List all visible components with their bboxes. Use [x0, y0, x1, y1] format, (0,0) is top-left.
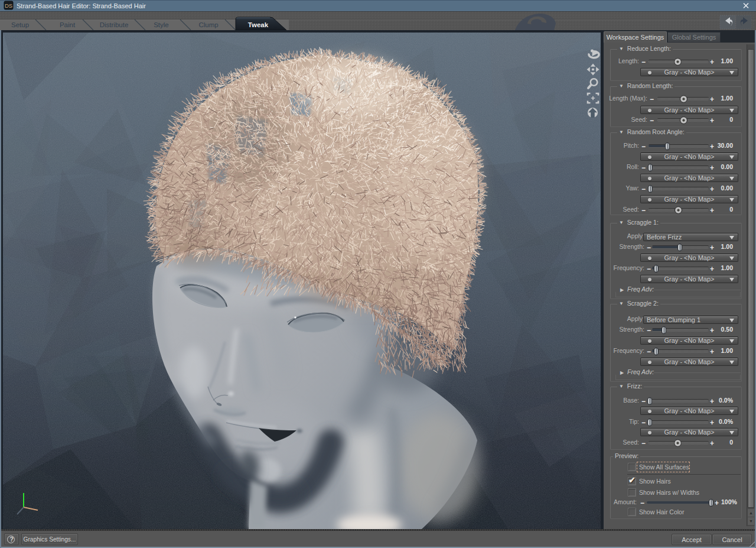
- svg-text:Setup: Setup: [11, 21, 29, 28]
- svg-text:DS: DS: [5, 2, 12, 9]
- svg-text:Distribute: Distribute: [100, 21, 129, 28]
- svg-text:Paint: Paint: [60, 21, 76, 28]
- svg-text:Strand-Based Hair Editor: Stra: Strand-Based Hair Editor: Strand-Based H…: [17, 2, 146, 9]
- svg-text:Tweak: Tweak: [248, 21, 269, 28]
- svg-text:Style: Style: [154, 21, 169, 28]
- svg-text:Clump: Clump: [198, 21, 218, 28]
